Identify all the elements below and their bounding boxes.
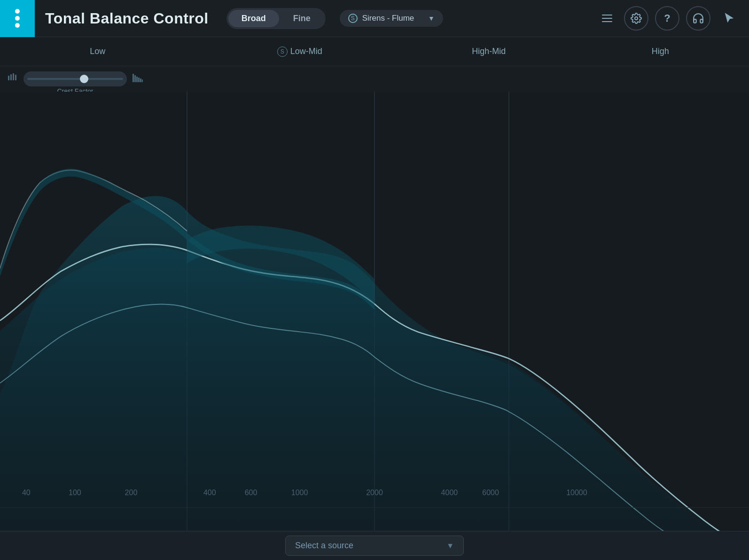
freq-200: 200 [125,489,138,497]
source-label: Select a source [295,541,439,551]
crest-thumb[interactable] [80,75,88,83]
menu-line-1 [602,15,612,16]
view-toggle: Broad Fine [226,8,326,29]
freq-4000: 4000 [441,489,458,497]
crest-slider[interactable]: Crest Factor [23,71,127,86]
band-labels-row: Low S Low-Mid High-Mid High [0,37,749,66]
freq-40: 40 [22,489,31,497]
freq-100: 100 [69,489,81,497]
logo-dot-1 [15,9,20,14]
svg-rect-5 [133,74,134,82]
freq-2000: 2000 [366,489,383,497]
fine-button[interactable]: Fine [280,10,324,27]
svg-rect-1 [8,76,9,80]
band-label-highmid: High-Mid [472,47,506,56]
chart-wrapper: 40 100 200 400 600 1000 2000 4000 6000 1… [0,92,749,560]
freq-1000: 1000 [291,489,308,497]
crest-left-icon [8,73,18,86]
svg-rect-8 [138,78,140,82]
svg-rect-6 [134,75,136,82]
source-selector[interactable]: Select a source ▼ [285,536,464,556]
menu-line-3 [602,21,612,22]
preset-solo-icon: S [348,14,358,23]
svg-rect-7 [136,77,138,82]
help-icon: ? [664,12,670,24]
app-title: Tonal Balance Control [45,10,209,27]
svg-rect-3 [13,73,14,80]
band-label-low: Low [90,47,105,56]
preset-selector[interactable]: S Sirens - Flume ▼ [340,10,443,27]
svg-rect-10 [142,79,143,82]
preset-name: Sirens - Flume [362,14,423,23]
svg-point-0 [635,17,638,20]
svg-rect-9 [140,78,141,82]
svg-rect-4 [15,75,16,80]
freq-6000: 6000 [482,489,499,497]
svg-rect-2 [10,74,12,80]
cursor-button[interactable] [717,6,741,31]
freq-600: 600 [245,489,257,497]
crest-row: Crest Factor [0,66,749,92]
source-bar: Select a source ▼ [0,531,749,560]
logo-dot-2 [15,16,20,21]
headphones-button[interactable] [686,6,710,31]
app-container: Tonal Balance Control Broad Fine S Siren… [0,0,749,560]
freq-axis: 40 100 200 400 600 1000 2000 4000 6000 1… [0,507,749,531]
settings-button[interactable] [624,6,648,31]
solo-icon: S [277,47,288,57]
logo-dot-3 [15,23,20,28]
help-button[interactable]: ? [655,6,679,31]
logo [0,0,35,37]
broad-button[interactable]: Broad [228,10,279,27]
crest-track [27,78,123,80]
menu-button[interactable] [597,8,617,29]
crest-right-icon [133,73,143,86]
menu-line-2 [602,18,612,19]
source-chevron-icon: ▼ [446,542,454,550]
band-label-high: High [652,47,669,56]
header: Tonal Balance Control Broad Fine S Siren… [0,0,749,37]
band-label-lowmid: S Low-Mid [277,47,322,57]
freq-400: 400 [203,489,216,497]
freq-10000: 10000 [566,489,587,497]
preset-dropdown-icon: ▼ [428,15,435,22]
